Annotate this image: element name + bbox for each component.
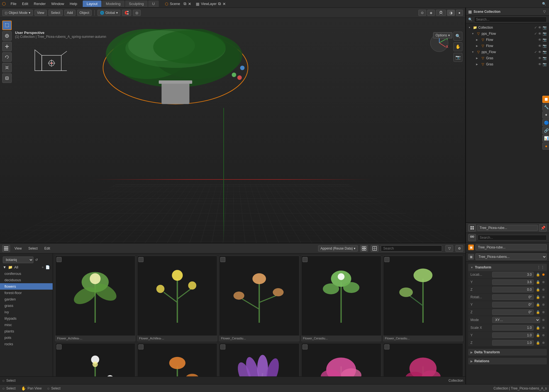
asset-card-2[interactable]: Flower_Cerastiu... [219,256,299,341]
solid-shading-btn[interactable]: ◑ [447,10,455,16]
camera-icon-4[interactable]: 📷 [543,50,547,54]
asset-select-6[interactable] [138,344,143,349]
menu-window[interactable]: Window [48,0,67,8]
view-menu[interactable]: View [35,10,47,16]
asset-card-3[interactable]: Flower_Cerastiu... [301,256,381,341]
close-viewlayer-btn[interactable]: ✕ [223,2,226,6]
cat-garden[interactable]: garden [0,296,53,302]
props-pin-btn[interactable]: 📌 [539,224,547,231]
hand-tool-btn[interactable]: ✋ [453,42,462,51]
ab-grid-btn-2[interactable] [371,245,379,252]
cat-deciduous[interactable]: deciduous [0,277,53,283]
eye-icon-1[interactable]: 👁 [538,32,541,36]
outliner-search-input[interactable] [474,17,547,22]
asset-select-1[interactable] [138,257,143,262]
viewport-mode-selector[interactable]: ◻ Object Mode ▾ [2,10,33,16]
tree-gras-1[interactable]: ▶ ▽ Gras 👁 📷 [466,55,549,61]
eye-icon-3[interactable]: 👁 [538,44,541,48]
asset-select-8[interactable] [302,344,308,349]
props-mode-btn[interactable] [468,224,476,231]
search-btn[interactable]: 🔍 [539,2,549,6]
props-object-icon[interactable] [542,96,549,103]
add-menu[interactable]: Add [64,10,75,16]
check-icon-1[interactable]: ✓ [534,32,537,36]
props-data-icon[interactable]: 📊 [542,135,549,142]
asset-select-4[interactable] [384,257,389,262]
lock-y-icon[interactable]: 🔒 [536,280,540,284]
menu-render[interactable]: Render [31,0,48,8]
props-constraints-icon[interactable]: 🔗 [542,127,549,134]
ab-grid-btn[interactable] [360,245,368,252]
rot-lock-y-icon[interactable]: 🔒 [536,303,540,307]
render-icon-0[interactable]: 👁 [538,26,541,29]
location-z-value[interactable]: 0.0 [492,287,534,292]
cat-coniferous[interactable]: coniferous [0,270,53,277]
tree-scene-collection[interactable]: ▼ 📁 Collection ✓ 👁 📷 [466,24,549,31]
location-y-value[interactable]: 3.6 [492,279,534,285]
scale-lock-z[interactable]: 🔒 [536,341,540,345]
cat-plants[interactable]: plants [0,328,53,334]
object-menu[interactable]: Object [77,10,92,16]
asset-card-7[interactable]: Flower_Crocus-hy... [219,343,299,376]
tab-layout[interactable]: Layout [83,1,101,7]
rot-lock-z-icon[interactable]: 🔒 [536,310,540,314]
scale-x-value[interactable]: 1.0 [492,325,534,331]
camera-icon-0[interactable]: 📷 [543,26,547,29]
datablock-select[interactable]: Tree_Picea-rubens... [475,253,547,260]
cat-flowers[interactable]: flowers [0,283,53,290]
camera-icon-6[interactable]: 📷 [543,62,547,66]
snap-settings[interactable]: 🧲 [122,10,131,16]
cat-misc[interactable]: misc [0,322,53,328]
rot-lock-x-icon[interactable]: 🔒 [536,295,540,299]
xray-btn[interactable]: ◈ [427,10,435,16]
camera-icon-1[interactable]: 📷 [543,32,547,36]
mode-dropdown[interactable]: XY… [492,317,540,323]
ab-settings-btn[interactable]: ⚙ [455,245,463,252]
select-menu[interactable]: Select [48,10,63,16]
props-physics-icon[interactable]: 🔵 [542,119,549,126]
scene-selector[interactable]: ⬡ Scene ⧉ ✕ [165,1,191,6]
tab-u[interactable]: U [148,1,158,7]
props-modifier-icon[interactable]: 🔧 [542,103,549,111]
cat-grass[interactable]: grass [0,302,53,309]
asset-select-7[interactable] [220,344,225,349]
transform-selector[interactable]: 🌐 Global ▾ [97,10,120,16]
render-preview-btn[interactable] [436,10,446,16]
tree-pps-flow-1[interactable]: ▼ ▽ pps_Flow ✓ 👁 📷 [466,31,549,37]
cat-rocks[interactable]: rocks [0,341,53,347]
viewport-canvas[interactable]: User Perspective (1) Collection | Tree_P… [0,18,465,243]
asset-select-9[interactable] [384,344,389,349]
active-object-input[interactable] [475,244,547,250]
close-scene-btn[interactable]: ✕ [188,2,191,6]
props-particles-icon[interactable]: ✦ [542,111,549,119]
lock-x-icon[interactable]: 🔒 [536,273,540,277]
ab-view-menu[interactable]: View [12,246,24,251]
asset-card-9[interactable]: Flower_Dahlia-pin... [383,343,463,376]
menu-edit[interactable]: Edit [19,0,31,8]
rotate-tool-btn[interactable] [2,52,12,62]
eye-icon-6[interactable]: 👁 [538,62,541,66]
rotation-y-value[interactable]: 0° [492,302,534,307]
filter-icon-btn[interactable]: ▽ [542,9,547,14]
asset-select-0[interactable] [57,257,62,262]
material-shading-btn[interactable]: ● [456,10,463,16]
tree-gras-2[interactable]: ▶ ▽ Gras 👁 📷 [466,61,549,67]
asset-card-8[interactable]: Flower_Dahlia-pin... [301,343,381,376]
copy-scene-btn[interactable]: ⧉ [184,1,186,6]
ab-edit-menu[interactable]: Edit [42,246,52,251]
tree-flow-1[interactable]: ▶ ▽ Flow 👁 📷 [466,37,549,43]
cat-all-header[interactable]: ▼ 📁 All + 📄 [0,264,53,270]
eye-icon-5[interactable]: 👁 [538,56,541,60]
transform-tool-btn[interactable] [2,73,12,83]
camera-view-btn[interactable]: 📷 [453,53,462,62]
asset-select-2[interactable] [220,257,225,262]
cursor-tool-btn[interactable] [2,31,12,41]
asset-select-5[interactable] [57,344,62,349]
select-tool-btn[interactable] [2,21,12,30]
refresh-icon[interactable]: ↺ [35,258,38,262]
cat-ivy[interactable]: ivy [0,309,53,315]
relations-header[interactable]: ▶ Relations [468,358,547,364]
asset-select-3[interactable] [302,257,308,262]
cat-add-btn[interactable]: + [42,265,44,269]
tree-pps-flow-2[interactable]: ▼ ▽ pps_Flow ✓ 👁 📷 [466,49,549,55]
